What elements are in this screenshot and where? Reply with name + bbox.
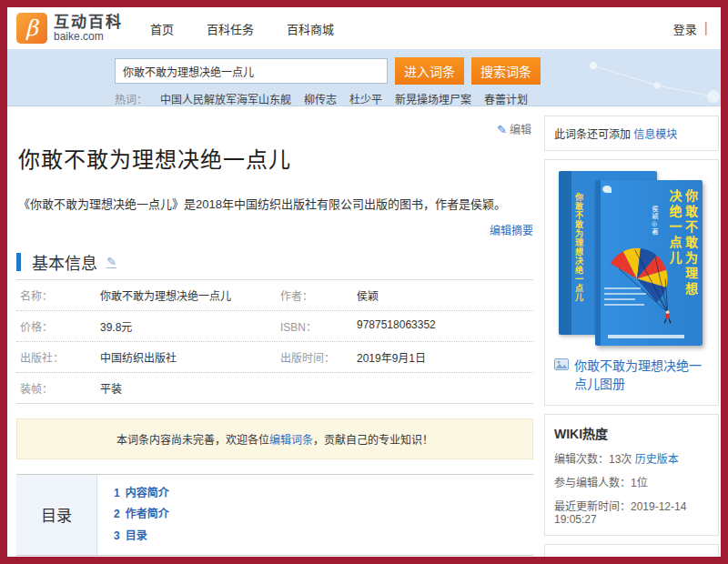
info-label: 装帧： xyxy=(20,380,100,396)
basic-info-table: 名称： 你敢不敢为理想决绝一点儿 作者： 侯颖 价格： 39.8元 ISBN： … xyxy=(16,279,533,404)
info-label xyxy=(280,380,357,396)
toc-text: 内容简介 xyxy=(126,487,169,499)
more-link[interactable]: 更多 xyxy=(687,555,709,564)
section-accent-bar xyxy=(16,253,21,271)
wiki-heat-box: WIKI热度 编辑次数：13次 历史版本 参与编辑人数：1位 最近更新时间：20… xyxy=(544,414,719,536)
wiki-heat-title: WIKI热度 xyxy=(554,424,709,442)
main-nav: 首页 百科任务 百科商城 xyxy=(150,20,334,37)
cover-blurb-lines xyxy=(604,287,646,309)
login-link[interactable]: 登录 xyxy=(673,20,699,37)
nav-item-tasks[interactable]: 百科任务 xyxy=(207,20,254,37)
history-version-link[interactable]: 历史版本 xyxy=(635,453,679,466)
toc-label: 目录 xyxy=(16,475,96,555)
notice-text: 本词条内容尚未完善，欢迎各位 xyxy=(116,434,269,447)
gallery-link-text: 你敢不敢为理想决绝一点儿图册 xyxy=(574,357,709,394)
info-label: ISBN： xyxy=(280,318,357,334)
book-cover-image[interactable]: 你敢不敢为理想决绝一点儿 你敢不敢为理想 决绝一点儿 侯颖◎著 xyxy=(553,169,710,347)
basic-info-title: 基本信息 xyxy=(32,250,97,274)
info-value: 侯颖 xyxy=(357,287,533,303)
edit-summary-link[interactable]: 编辑摘要 xyxy=(490,225,533,237)
toc-text: 作者简介 xyxy=(126,508,169,520)
info-label: 作者： xyxy=(280,287,357,303)
info-value: 中国纺织出版社 xyxy=(100,349,280,365)
hotword-link[interactable]: 柳传志 xyxy=(304,91,337,106)
toc-item[interactable]: 1内容简介 xyxy=(114,483,169,504)
info-value: 9787518063352 xyxy=(357,318,533,334)
toc-item[interactable]: 2作者简介 xyxy=(114,504,169,525)
add-module-text: 此词条还可添加 xyxy=(554,128,631,141)
hotword-link[interactable]: 杜少平 xyxy=(349,91,382,106)
toc-num: 2 xyxy=(114,508,120,520)
edit-count: 编辑次数：13次 xyxy=(554,453,632,466)
nav-item-mall[interactable]: 百科商城 xyxy=(287,20,334,37)
hotword-link[interactable]: 中国人民解放军海军山东舰 xyxy=(160,91,291,106)
hotwords-label: 热词： xyxy=(115,91,147,106)
table-row: 出版社： 中国纺织出版社 出版时间： 2019年9月1日 xyxy=(16,342,533,373)
gallery-link[interactable]: 你敢不敢为理想决绝一点儿图册 xyxy=(552,357,711,394)
edit-pencil-icon: ✎ xyxy=(497,123,507,136)
book-front-cover: 你敢不敢为理想 决绝一点儿 侯颖◎著 xyxy=(595,180,703,346)
article-main: ✎编辑 你敢不敢为理想决绝一点儿 《你敢不敢为理想决绝一点儿》是2018年中国纺… xyxy=(16,116,533,564)
hotword-link[interactable]: 春蕾计划 xyxy=(484,91,528,106)
article-summary: 《你敢不敢为理想决绝一点儿》是2018年中国纺织出版社有限公司出版的图书，作者是… xyxy=(18,196,533,215)
notice-text: ，贡献自己的专业知识！ xyxy=(313,434,433,447)
edit-section-icon[interactable]: ✎ xyxy=(106,256,116,268)
site-logo[interactable]: β 互动百科 baike.com xyxy=(16,13,123,44)
enter-entry-button[interactable]: 进入词条 xyxy=(395,57,464,85)
cover-author: 侯颖◎著 xyxy=(650,206,659,236)
honor-title: 贡献光荣榜 xyxy=(554,554,618,564)
participant-count: 参与编辑人数：1位 xyxy=(554,474,709,489)
last-updated: 最近更新时间：2019-12-14 19:05:27 xyxy=(554,498,709,526)
book-spine-title: 你敢不敢为理想决绝一点儿 xyxy=(573,193,585,302)
add-module-box: 此词条还可添加 信息模块 xyxy=(544,116,719,151)
info-label: 价格： xyxy=(20,318,100,334)
table-row: 名称： 你敢不敢为理想决绝一点儿 作者： 侯颖 xyxy=(16,280,533,311)
logo-title: 互动百科 xyxy=(54,15,123,31)
info-value: 39.8元 xyxy=(100,318,280,334)
search-entry-button[interactable]: 搜索词条 xyxy=(471,57,541,85)
info-module-link[interactable]: 信息模块 xyxy=(633,128,677,141)
logo-subtitle: baike.com xyxy=(54,31,123,43)
info-label: 出版时间： xyxy=(280,349,357,365)
hotwords-row: 热词： 中国人民解放军海军山东舰 柳传志 杜少平 新晃操场埋尸案 春蕾计划 xyxy=(115,91,721,106)
honor-box: 贡献光荣榜 更多 创建者： thena thena 大学生 xyxy=(544,544,719,564)
hotword-link[interactable]: 新晃操场埋尸案 xyxy=(395,91,471,106)
parasail-balloon-icon xyxy=(597,237,684,327)
table-row: 装帧： 平装 xyxy=(16,373,533,403)
edit-article-button[interactable]: ✎编辑 xyxy=(497,124,531,136)
cover-publisher-mark xyxy=(608,335,684,338)
info-value xyxy=(357,380,533,396)
page-title: 你敢不敢为理想决绝一点儿 xyxy=(18,142,533,174)
toc-num: 3 xyxy=(114,529,120,542)
sidebar: 此词条还可添加 信息模块 你敢不敢为理想决绝一点儿 你敢不敢为理想 决绝一点儿 … xyxy=(544,116,719,564)
basic-info-header: 基本信息 ✎ xyxy=(16,250,533,274)
publisher-logo-icon xyxy=(602,186,612,193)
info-label: 名称： xyxy=(20,287,100,303)
table-of-contents: 目录 1内容简介 2作者简介 3目录 xyxy=(16,474,533,556)
incomplete-notice: 本词条内容尚未完善，欢迎各位编辑词条，贡献自己的专业知识！ xyxy=(16,418,533,459)
picture-icon xyxy=(554,358,569,370)
toc-num: 1 xyxy=(114,487,120,499)
edit-entry-link[interactable]: 编辑词条 xyxy=(269,434,313,447)
book-box: 你敢不敢为理想决绝一点儿 你敢不敢为理想 决绝一点儿 侯颖◎著 xyxy=(544,159,719,406)
info-value: 2019年9月1日 xyxy=(357,349,533,365)
table-row: 价格： 39.8元 ISBN： 9787518063352 xyxy=(16,311,533,342)
logo-icon: β xyxy=(16,13,47,44)
cover-title-line: 你敢不敢为理想 xyxy=(682,189,699,297)
toc-text: 目录 xyxy=(126,529,147,542)
nav-item-home[interactable]: 首页 xyxy=(150,20,174,37)
info-label: 出版社： xyxy=(20,349,100,365)
search-band: 进入词条 搜索词条 热词： 中国人民解放军海军山东舰 柳传志 杜少平 新晃操场埋… xyxy=(7,49,721,106)
login-separator: | xyxy=(704,20,708,36)
edit-article-label: 编辑 xyxy=(510,124,531,136)
toc-item[interactable]: 3目录 xyxy=(114,526,169,547)
search-input[interactable] xyxy=(115,58,388,84)
top-bar: β 互动百科 baike.com 首页 百科任务 百科商城 登录 | xyxy=(7,7,721,49)
info-value: 平装 xyxy=(100,380,280,396)
info-value: 你敢不敢为理想决绝一点儿 xyxy=(100,287,280,303)
